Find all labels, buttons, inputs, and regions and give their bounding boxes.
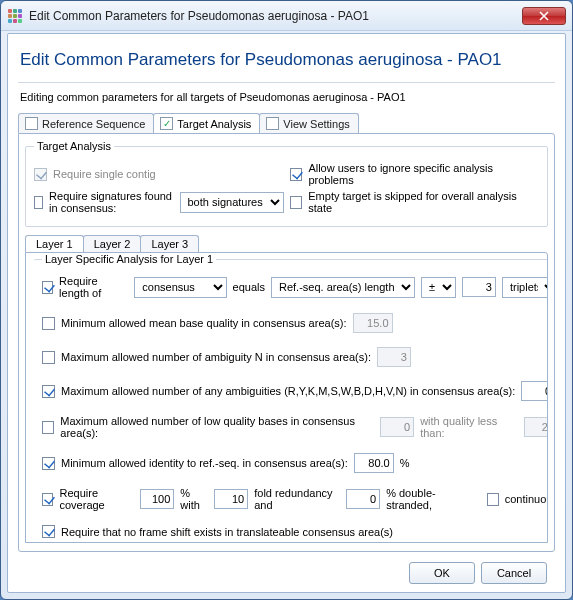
coverage-label2: % with bbox=[180, 487, 208, 511]
max-lowqual-tail-input[interactable] bbox=[524, 417, 548, 437]
min-identity-checkbox[interactable] bbox=[42, 457, 55, 470]
no-frameshift-label: Require that no frame shift exists in tr… bbox=[61, 526, 393, 538]
max-lowqual-label: Maximum allowed number of low quality ba… bbox=[60, 415, 374, 439]
layer-tab-1[interactable]: Layer 1 bbox=[25, 235, 84, 252]
max-amb-any-label: Maximum allowed number of any ambiguitie… bbox=[61, 385, 515, 397]
coverage-label1: Require coverage bbox=[59, 487, 134, 511]
allow-ignore-label: Allow users to ignore specific analysis … bbox=[308, 162, 539, 186]
layer-specific-group: Layer Specific Analysis for Layer 1 Requ… bbox=[34, 253, 548, 543]
layer-legend: Layer Specific Analysis for Layer 1 bbox=[42, 253, 216, 265]
require-length-tolerance-select[interactable]: ± bbox=[421, 277, 456, 298]
coverage-continuous-label: continuous bbox=[505, 493, 548, 505]
require-length-subject-select[interactable]: consensus bbox=[134, 277, 226, 298]
require-length-label1: Require length of bbox=[59, 275, 128, 299]
window-close-button[interactable] bbox=[522, 7, 566, 25]
target-analysis-group: Target Analysis Require single contig Al… bbox=[25, 140, 548, 227]
tab-label: Reference Sequence bbox=[42, 118, 145, 130]
cancel-button[interactable]: Cancel bbox=[481, 562, 547, 584]
min-mean-qual-checkbox[interactable] bbox=[42, 317, 55, 330]
coverage-fold-input[interactable] bbox=[214, 489, 248, 509]
window-title: Edit Common Parameters for Pseudomonas a… bbox=[29, 9, 369, 23]
empty-skip-label: Empty target is skipped for overall anal… bbox=[308, 190, 539, 214]
require-signatures-label: Require signatures found in consensus: bbox=[49, 190, 173, 214]
button-bar: OK Cancel bbox=[18, 552, 555, 584]
tab-content: Target Analysis Require single contig Al… bbox=[18, 133, 555, 552]
require-length-unit-select[interactable]: triplets bbox=[502, 277, 548, 298]
max-amb-any-input[interactable] bbox=[521, 381, 548, 401]
max-amb-any-checkbox[interactable] bbox=[42, 385, 55, 398]
require-single-contig-checkbox[interactable] bbox=[34, 168, 47, 181]
coverage-label4: % double-stranded, bbox=[386, 487, 468, 511]
app-icon bbox=[7, 8, 23, 24]
ok-button[interactable]: OK bbox=[409, 562, 475, 584]
min-identity-input[interactable] bbox=[354, 453, 394, 473]
max-amb-n-label: Maximum allowed number of ambiguity N in… bbox=[61, 351, 371, 363]
coverage-continuous-checkbox[interactable] bbox=[487, 493, 498, 506]
layer-tab-3[interactable]: Layer 3 bbox=[140, 235, 199, 252]
min-identity-label: Minimum allowed identity to ref.-seq. in… bbox=[61, 457, 348, 469]
allow-ignore-checkbox[interactable] bbox=[290, 168, 303, 181]
divider bbox=[18, 82, 555, 83]
empty-skip-checkbox[interactable] bbox=[290, 196, 303, 209]
max-lowqual-checkbox[interactable] bbox=[42, 421, 54, 434]
dialog-window: Edit Common Parameters for Pseudomonas a… bbox=[0, 0, 573, 600]
max-lowqual-tail-label: with quality less than: bbox=[420, 415, 518, 439]
require-length-equals: equals bbox=[233, 281, 265, 293]
tab-reference-sequence[interactable]: Reference Sequence bbox=[18, 113, 154, 133]
coverage-ds-input[interactable] bbox=[346, 489, 380, 509]
layer-scroll-area[interactable]: Layer Specific Analysis for Layer 1 Requ… bbox=[25, 252, 548, 543]
require-length-value-input[interactable] bbox=[462, 277, 496, 297]
page-subtitle: Editing common parameters for all target… bbox=[20, 91, 555, 103]
tab-target-check-icon: ✓ bbox=[160, 117, 173, 130]
tab-reference-check-icon bbox=[25, 117, 38, 130]
tab-label: View Settings bbox=[283, 118, 349, 130]
tab-view-check-icon bbox=[266, 117, 279, 130]
no-frameshift-checkbox[interactable] bbox=[42, 525, 55, 538]
require-signatures-select[interactable]: both signatures bbox=[180, 192, 284, 213]
require-signatures-checkbox[interactable] bbox=[34, 196, 43, 209]
group-legend: Target Analysis bbox=[34, 140, 114, 152]
layer-tabrow: Layer 1 Layer 2 Layer 3 bbox=[25, 235, 548, 252]
max-amb-n-input[interactable] bbox=[377, 347, 411, 367]
main-tabrow: Reference Sequence ✓ Target Analysis Vie… bbox=[18, 113, 555, 133]
page-title: Edit Common Parameters for Pseudomonas a… bbox=[20, 50, 553, 70]
tab-label: Target Analysis bbox=[177, 118, 251, 130]
titlebar: Edit Common Parameters for Pseudomonas a… bbox=[1, 1, 572, 31]
coverage-pct-input[interactable] bbox=[140, 489, 174, 509]
min-identity-unit: % bbox=[400, 457, 410, 469]
min-mean-qual-input[interactable] bbox=[353, 313, 393, 333]
max-lowqual-input[interactable] bbox=[380, 417, 414, 437]
layer-tab-2[interactable]: Layer 2 bbox=[83, 235, 142, 252]
close-icon bbox=[539, 11, 549, 21]
require-single-contig-label: Require single contig bbox=[53, 168, 156, 180]
coverage-label3: fold redundancy and bbox=[254, 487, 340, 511]
max-amb-n-checkbox[interactable] bbox=[42, 351, 55, 364]
require-length-checkbox[interactable] bbox=[42, 281, 53, 294]
require-length-measure-select[interactable]: Ref.-seq. area(s) length bbox=[271, 277, 415, 298]
client-area: Edit Common Parameters for Pseudomonas a… bbox=[7, 33, 566, 593]
tab-target-analysis[interactable]: ✓ Target Analysis bbox=[153, 113, 260, 133]
tab-view-settings[interactable]: View Settings bbox=[259, 113, 358, 133]
coverage-checkbox[interactable] bbox=[42, 493, 53, 506]
min-mean-qual-label: Minimum allowed mean base quality in con… bbox=[61, 317, 347, 329]
